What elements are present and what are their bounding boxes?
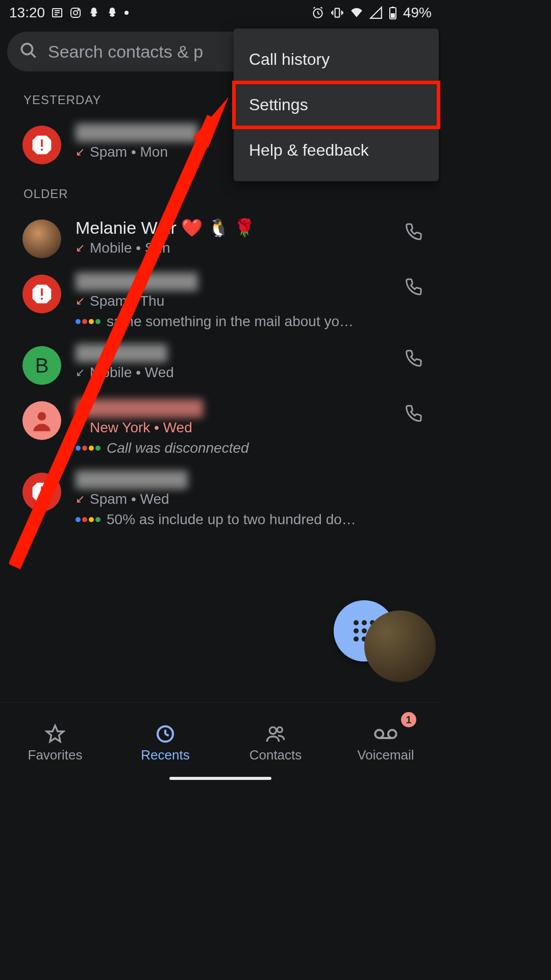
assistant-icon: [76, 319, 101, 324]
nav-voicemail[interactable]: Voicemail 1: [331, 703, 441, 784]
svg-point-26: [38, 412, 46, 421]
call-sub: ↙ Mobile • Sun: [76, 240, 387, 256]
call-sub: ↙ Mobile • Wed: [76, 364, 387, 381]
call-row[interactable]: ↙ Spam • Thu same something in the mail …: [0, 265, 441, 337]
incoming-call-icon: ↙: [76, 366, 85, 379]
svg-point-33: [269, 727, 276, 734]
call-row[interactable]: Melanie Weir ❤️ 🐧 🌹 ↙ Mobile • Sun: [0, 210, 441, 265]
alarm-icon: [311, 6, 324, 19]
status-time: 13:20: [9, 5, 45, 21]
call-button[interactable]: [401, 349, 425, 368]
call-row[interactable]: ↙ Spam • Wed 50% as include up to two hu…: [0, 463, 441, 535]
status-battery-pct: 49%: [403, 5, 432, 21]
call-row[interactable]: B ↙ Mobile • Wed: [0, 337, 441, 392]
nav-label: Favorites: [28, 747, 83, 763]
bottom-nav: Favorites Recents Contacts Voicemail 1: [0, 702, 441, 784]
svg-line-21: [31, 53, 36, 58]
call-button[interactable]: [401, 223, 425, 241]
more-notifications-dot: [124, 11, 129, 15]
svg-point-20: [22, 44, 33, 55]
svg-point-35: [375, 730, 383, 738]
missed-call-icon: ↙: [76, 145, 85, 159]
nav-label: Recents: [141, 747, 189, 763]
vibrate-icon: [331, 6, 344, 19]
svg-rect-28: [41, 496, 43, 498]
svg-rect-19: [392, 7, 394, 8]
menu-settings[interactable]: Settings: [234, 82, 439, 128]
call-row[interactable]: ↙ New York • Wed Call was disconnected: [0, 392, 441, 463]
snapchat-icon: [88, 7, 100, 19]
svg-point-36: [388, 730, 396, 738]
call-sub: ↙ Spam • Thu: [76, 293, 387, 309]
nav-contacts[interactable]: Contacts: [220, 703, 331, 784]
call-button[interactable]: [401, 278, 425, 296]
status-bar: 13:20 49%: [0, 0, 441, 26]
nav-recents[interactable]: Recents: [110, 703, 220, 784]
contact-avatar: [22, 401, 61, 440]
call-name: [76, 273, 387, 291]
call-name: [76, 399, 387, 418]
spam-avatar: [22, 275, 61, 313]
nav-favorites[interactable]: Favorites: [0, 703, 110, 784]
svg-rect-23: [41, 149, 43, 151]
call-sub: ↙ Spam • Wed: [76, 491, 425, 507]
voicemail-badge: 1: [401, 712, 416, 727]
assistant-icon: [76, 446, 101, 451]
svg-point-34: [277, 727, 282, 732]
battery-icon: [389, 6, 397, 19]
nav-label: Voicemail: [357, 747, 414, 763]
missed-call-icon: ↙: [76, 421, 85, 434]
contact-avatar: B: [22, 346, 61, 385]
call-sub: ↙ New York • Wed: [76, 420, 387, 436]
svg-rect-27: [41, 486, 43, 494]
chat-head-avatar[interactable]: [364, 610, 436, 682]
spam-avatar: [22, 473, 61, 511]
call-transcript: 50% as include up to two hundred do…: [76, 511, 425, 528]
gesture-handle[interactable]: [169, 777, 271, 780]
svg-rect-24: [41, 288, 43, 296]
call-name: Melanie Weir ❤️ 🐧 🌹: [76, 217, 387, 238]
svg-point-5: [73, 11, 78, 15]
overflow-menu: Call history Settings Help & feedback: [234, 29, 439, 181]
menu-call-history[interactable]: Call history: [234, 37, 439, 82]
call-transcript: same something in the mail about yo…: [76, 313, 387, 330]
missed-call-icon: ↙: [76, 295, 85, 308]
call-transcript: Call was disconnected: [76, 440, 387, 456]
menu-help-feedback[interactable]: Help & feedback: [234, 128, 439, 173]
assistant-icon: [76, 517, 101, 522]
svg-line-11: [320, 7, 322, 8]
svg-line-10: [313, 7, 315, 8]
svg-rect-25: [41, 298, 43, 300]
wifi-icon: [350, 6, 363, 19]
svg-rect-18: [391, 13, 395, 18]
spam-avatar: [22, 126, 61, 164]
search-icon: [19, 41, 38, 62]
svg-rect-22: [41, 139, 43, 147]
call-button[interactable]: [401, 404, 425, 423]
svg-line-32: [165, 734, 169, 736]
svg-line-9: [318, 13, 319, 14]
contact-avatar: [22, 219, 61, 258]
snapchat-icon-2: [106, 7, 118, 19]
missed-call-icon: ↙: [76, 241, 85, 255]
call-name: [76, 471, 425, 489]
call-name: [76, 344, 387, 362]
cell-signal-icon: [369, 6, 383, 19]
missed-call-icon: ↙: [76, 493, 85, 506]
nav-label: Contacts: [249, 747, 302, 763]
svg-rect-12: [335, 8, 340, 17]
instagram-icon: [69, 7, 82, 19]
news-icon: [51, 7, 63, 19]
svg-point-6: [78, 10, 79, 11]
